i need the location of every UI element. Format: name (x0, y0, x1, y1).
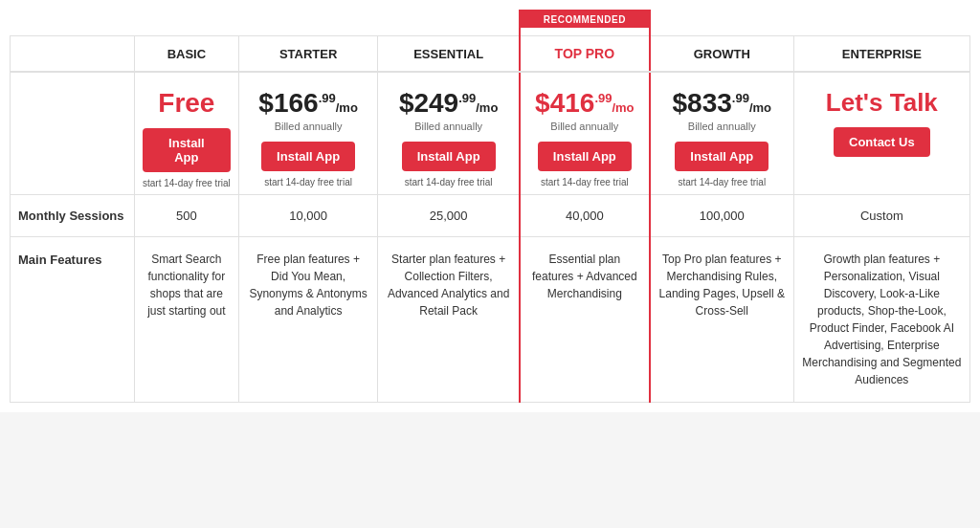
toppro-billed: Billed annually (528, 121, 641, 132)
basic-features: Smart Search functionality for shops tha… (135, 237, 239, 403)
growth-sessions: 100,000 (650, 195, 793, 237)
enterprise-label: ENTERPRISE (842, 47, 922, 61)
starter-billed: Billed annually (247, 121, 370, 132)
starter-install-button[interactable]: Install App (261, 142, 355, 171)
growth-price: $833.99/mo (658, 88, 786, 119)
enterprise-header: ENTERPRISE (793, 36, 969, 73)
toppro-label: TOP PRO (555, 46, 615, 61)
growth-price-cell: $833.99/mo Billed annually Install App s… (650, 72, 793, 195)
toppro-recommended-cell: RECOMMENDED (520, 11, 650, 36)
sessions-label: Monthly Sessions (18, 209, 124, 223)
growth-billed: Billed annually (658, 121, 786, 132)
growth-trial: start 14-day free trial (658, 177, 786, 187)
toppro-price: $416.99/mo (528, 88, 641, 119)
basic-label: BASIC (167, 47, 206, 61)
basic-trial: start 14-day free trial (143, 178, 231, 188)
growth-header: GROWTH (650, 36, 793, 73)
toppro-sessions: 40,000 (520, 195, 650, 237)
essential-header: ESSENTIAL (378, 36, 520, 73)
recommended-badge: RECOMMENDED (521, 11, 649, 28)
toppro-features: Essential plan features + Advanced Merch… (520, 237, 650, 403)
essential-label: ESSENTIAL (413, 47, 483, 61)
pricing-table: RECOMMENDED BASIC STARTER ESSENTIAL TOP (10, 10, 970, 403)
starter-price: $166.99/mo (247, 88, 370, 119)
features-row: Main Features Smart Search functionality… (11, 237, 970, 403)
growth-empty (650, 11, 793, 36)
toppro-price-cell: $416.99/mo Billed annually Install App s… (520, 72, 650, 195)
starter-features: Free plan features + Did You Mean, Synon… (238, 237, 378, 403)
essential-install-button[interactable]: Install App (402, 142, 496, 171)
sessions-label-cell: Monthly Sessions (11, 195, 135, 237)
basic-header: BASIC (135, 36, 239, 73)
enterprise-price-cell: Let's Talk Contact Us (793, 72, 969, 195)
basic-price: Free (143, 88, 231, 119)
toppro-install-button[interactable]: Install App (538, 142, 632, 171)
price-feature-cell (11, 72, 135, 195)
essential-empty (378, 11, 520, 36)
enterprise-sessions: Custom (793, 195, 969, 237)
growth-label: GROWTH (694, 47, 750, 61)
enterprise-price: Let's Talk (802, 88, 962, 118)
empty-corner (11, 11, 135, 36)
starter-header: STARTER (238, 36, 378, 73)
plan-names-row: BASIC STARTER ESSENTIAL TOP PRO GROWTH E… (11, 36, 970, 73)
enterprise-empty (793, 11, 969, 36)
starter-sessions: 10,000 (238, 195, 378, 237)
basic-empty (135, 11, 239, 36)
starter-label: STARTER (279, 47, 337, 61)
basic-sessions: 500 (135, 195, 239, 237)
essential-price-cell: $249.99/mo Billed annually Install App s… (378, 72, 520, 195)
essential-features: Starter plan features + Collection Filte… (378, 237, 520, 403)
features-label: Main Features (18, 253, 101, 267)
growth-install-button[interactable]: Install App (675, 142, 768, 171)
toppro-header: TOP PRO (520, 36, 650, 73)
essential-sessions: 25,000 (378, 195, 520, 237)
pricing-table-wrapper: RECOMMENDED BASIC STARTER ESSENTIAL TOP (0, 0, 980, 412)
basic-install-button[interactable]: Install App (143, 128, 231, 172)
feature-col-header (11, 36, 135, 73)
starter-price-cell: $166.99/mo Billed annually Install App s… (238, 72, 378, 195)
essential-price: $249.99/mo (386, 88, 510, 119)
recommended-row: RECOMMENDED (11, 11, 970, 36)
essential-billed: Billed annually (386, 121, 510, 132)
starter-empty (238, 11, 378, 36)
enterprise-features: Growth plan features + Personalization, … (793, 237, 969, 403)
enterprise-contact-button[interactable]: Contact Us (834, 127, 930, 157)
starter-trial: start 14-day free trial (247, 177, 370, 187)
essential-trial: start 14-day free trial (386, 177, 510, 187)
basic-price-cell: Free Install App start 14-day free trial (135, 72, 239, 195)
price-row: Free Install App start 14-day free trial… (11, 72, 970, 195)
growth-features: Top Pro plan features + Merchandising Ru… (650, 237, 793, 403)
toppro-trial: start 14-day free trial (528, 177, 641, 187)
sessions-row: Monthly Sessions 500 10,000 25,000 40,00… (11, 195, 970, 237)
features-label-cell: Main Features (11, 237, 135, 403)
